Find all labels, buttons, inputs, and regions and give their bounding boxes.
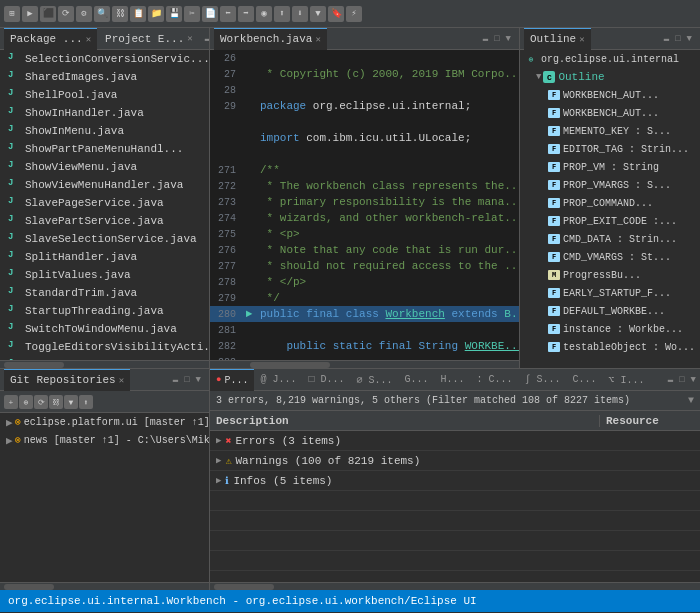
- list-item[interactable]: J SlaveSelectionService.java: [0, 230, 209, 248]
- toolbar-icon-19[interactable]: 🔖: [328, 6, 344, 22]
- toolbar-icon-15[interactable]: ◉: [256, 6, 272, 22]
- list-item[interactable]: J SelectionConversionServic...: [0, 50, 209, 68]
- editor-content[interactable]: 26 27 * Copyright (c) 2000, 2019 IBM Cor…: [210, 50, 519, 360]
- tab-console[interactable]: : C...: [471, 369, 519, 391]
- outline-item[interactable]: F PROP_VMARGS : S...: [520, 176, 700, 194]
- toolbar-icon-11[interactable]: ✂: [184, 6, 200, 22]
- list-item[interactable]: J StandardTrim.java: [0, 284, 209, 302]
- toolbar-icon-1[interactable]: ⊞: [4, 6, 20, 22]
- close-icon[interactable]: ✕: [579, 34, 584, 45]
- menu-button[interactable]: ▼: [685, 34, 694, 44]
- list-item[interactable]: ▶ ⊗ news [master ↑1] - C:\Users\Mike\git…: [0, 431, 209, 449]
- git-scrollbar-h[interactable]: [0, 582, 209, 590]
- toolbar-icon-20[interactable]: ⚡: [346, 6, 362, 22]
- toolbar-icon-18[interactable]: ▼: [310, 6, 326, 22]
- toolbar-icon-10[interactable]: 💾: [166, 6, 182, 22]
- toolbar-icon-8[interactable]: 📋: [130, 6, 146, 22]
- menu-button[interactable]: ▼: [689, 375, 698, 385]
- maximize-button[interactable]: □: [677, 375, 686, 385]
- list-item[interactable]: J StartupThreading.java: [0, 302, 209, 320]
- menu-button[interactable]: ▼: [194, 375, 203, 385]
- table-row[interactable]: [210, 511, 700, 531]
- tab-history[interactable]: H...: [435, 369, 471, 391]
- outline-item-workbench[interactable]: ▼ C Outline: [520, 68, 700, 86]
- close-icon[interactable]: ✕: [187, 33, 192, 44]
- toolbar-icon-14[interactable]: ➡: [238, 6, 254, 22]
- problems-scrollbar-h[interactable]: [210, 582, 700, 590]
- outline-item[interactable]: M ProgressBu...: [520, 266, 700, 284]
- package-scrollbar-h[interactable]: [0, 360, 209, 368]
- outline-item[interactable]: F DEFAULT_WORKBE...: [520, 302, 700, 320]
- table-row[interactable]: [210, 571, 700, 582]
- tab-coverage[interactable]: C...: [567, 369, 603, 391]
- list-item[interactable]: J SlavePageService.java: [0, 194, 209, 212]
- tab-package[interactable]: Package ... ✕: [4, 28, 97, 50]
- outline-item[interactable]: F PROP_EXIT_CODE :...: [520, 212, 700, 230]
- outline-item[interactable]: F WORKBENCH_AUT...: [520, 86, 700, 104]
- tab-git2[interactable]: G...: [398, 369, 434, 391]
- maximize-button[interactable]: □: [182, 375, 191, 385]
- filter-icon[interactable]: ▼: [688, 395, 694, 406]
- toolbar-icon-17[interactable]: ⬇: [292, 6, 308, 22]
- toolbar-icon-4[interactable]: ⟳: [58, 6, 74, 22]
- toolbar-icon-3[interactable]: ⬛: [40, 6, 56, 22]
- outline-item[interactable]: F instance : Workbe...: [520, 320, 700, 338]
- list-item[interactable]: J SplitValues.java: [0, 266, 209, 284]
- toolbar-icon-16[interactable]: ⬆: [274, 6, 290, 22]
- toolbar-icon-12[interactable]: 📄: [202, 6, 218, 22]
- scrollbar-thumb[interactable]: [4, 362, 64, 368]
- editor-scrollbar-h[interactable]: [210, 360, 519, 368]
- maximize-button[interactable]: □: [492, 34, 501, 44]
- resource-column-header[interactable]: Resource: [600, 415, 700, 427]
- outline-item[interactable]: ⊕ org.eclipse.ui.internal: [520, 50, 700, 68]
- tab-javadoc[interactable]: @ J...: [254, 369, 302, 391]
- toolbar-icon-5[interactable]: ⚙: [76, 6, 92, 22]
- outline-item[interactable]: F CMD_VMARGS : St...: [520, 248, 700, 266]
- close-icon[interactable]: ✕: [315, 34, 320, 45]
- list-item[interactable]: J SwitchToWindowMenu.java: [0, 320, 209, 338]
- list-item[interactable]: J ShellPool.java: [0, 86, 209, 104]
- scrollbar-thumb[interactable]: [4, 584, 54, 590]
- toolbar-icon-9[interactable]: 📁: [148, 6, 164, 22]
- outline-item[interactable]: F PROP_VM : String: [520, 158, 700, 176]
- git-clone-icon[interactable]: ⊕: [19, 395, 33, 409]
- outline-item[interactable]: F WORKBENCH_AUT...: [520, 104, 700, 122]
- toolbar-icon-13[interactable]: ⬅: [220, 6, 236, 22]
- table-row[interactable]: ▶ ℹ Infos (5 items): [210, 471, 700, 491]
- minimize-button[interactable]: ▬: [171, 375, 180, 385]
- tab-outline[interactable]: Outline ✕: [524, 28, 591, 50]
- list-item[interactable]: J ShowInMenu.java: [0, 122, 209, 140]
- list-item[interactable]: J SlavePartService.java: [0, 212, 209, 230]
- outline-item[interactable]: F EDITOR_TAG : Strin...: [520, 140, 700, 158]
- git-link-icon[interactable]: ⛓: [49, 395, 63, 409]
- table-row[interactable]: [210, 531, 700, 551]
- list-item[interactable]: J SplitHandler.java: [0, 248, 209, 266]
- tab-search2[interactable]: ∫ S...: [519, 369, 567, 391]
- outline-item[interactable]: F PROP_COMMAND...: [520, 194, 700, 212]
- list-item[interactable]: J ShowInHandler.java: [0, 104, 209, 122]
- table-row[interactable]: [210, 551, 700, 571]
- tab-problems[interactable]: ● P...: [210, 369, 254, 391]
- outline-item[interactable]: F testableObject : Wo...: [520, 338, 700, 356]
- table-row[interactable]: [210, 491, 700, 511]
- toolbar-icon-2[interactable]: ▶: [22, 6, 38, 22]
- minimize-button[interactable]: ▬: [481, 34, 490, 44]
- list-item[interactable]: J ShowViewMenuHandler.java: [0, 176, 209, 194]
- list-item[interactable]: ▶ ⊗ eclipse.platform.ui [master ↑1] - C:…: [0, 413, 209, 431]
- description-column-header[interactable]: Description: [210, 415, 600, 427]
- list-item[interactable]: J ShowPartPaneMenuHandl...: [0, 140, 209, 158]
- list-item[interactable]: J ToggleEditorsVisibilityActi...: [0, 338, 209, 356]
- close-icon[interactable]: ✕: [86, 34, 91, 45]
- git-add-icon[interactable]: +: [4, 395, 18, 409]
- maximize-button[interactable]: □: [673, 34, 682, 44]
- toolbar-icon-7[interactable]: ⛓: [112, 6, 128, 22]
- table-row[interactable]: ▶ ⚠ Warnings (100 of 8219 items): [210, 451, 700, 471]
- git-collapse-icon[interactable]: ⬆: [79, 395, 93, 409]
- git-refresh-icon[interactable]: ⟳: [34, 395, 48, 409]
- scrollbar-thumb[interactable]: [214, 584, 274, 590]
- list-item[interactable]: J ShowViewMenu.java: [0, 158, 209, 176]
- close-icon[interactable]: ✕: [119, 375, 124, 386]
- tab-git[interactable]: Git Repositories ✕: [4, 369, 130, 391]
- minimize-button[interactable]: ▬: [662, 34, 671, 44]
- tab-declaration[interactable]: □ D...: [302, 369, 350, 391]
